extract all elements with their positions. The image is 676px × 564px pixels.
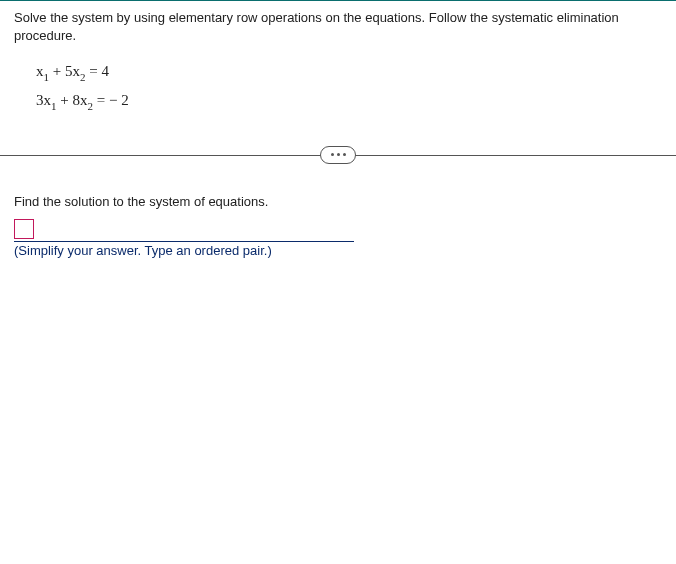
eq2-term1: 3x: [36, 92, 51, 108]
hint-divider: [14, 241, 354, 242]
answer-input[interactable]: [14, 219, 34, 239]
eq1-rhs: = 4: [85, 63, 108, 79]
eq1-sub2: 2: [80, 71, 86, 83]
eq2-sub1: 1: [51, 100, 57, 112]
expand-button[interactable]: [320, 146, 356, 164]
equation-2: 3x1 + 8x2 = − 2: [36, 87, 662, 116]
equation-1: x1 + 5x2 = 4: [36, 58, 662, 87]
equation-block: x1 + 5x2 = 4 3x1 + 8x2 = − 2: [36, 58, 662, 116]
eq2-rhs: = − 2: [93, 92, 129, 108]
eq2-sub2: 2: [87, 100, 93, 112]
answer-hint: (Simplify your answer. Type an ordered p…: [14, 243, 662, 258]
problem-instructions: Solve the system by using elementary row…: [14, 9, 662, 44]
eq1-term1: x: [36, 63, 44, 79]
eq1-term2: + 5x: [49, 63, 80, 79]
eq1-sub1: 1: [44, 71, 50, 83]
answer-prompt: Find the solution to the system of equat…: [14, 194, 662, 209]
eq2-term2: + 8x: [57, 92, 88, 108]
dots-icon: [331, 153, 334, 156]
